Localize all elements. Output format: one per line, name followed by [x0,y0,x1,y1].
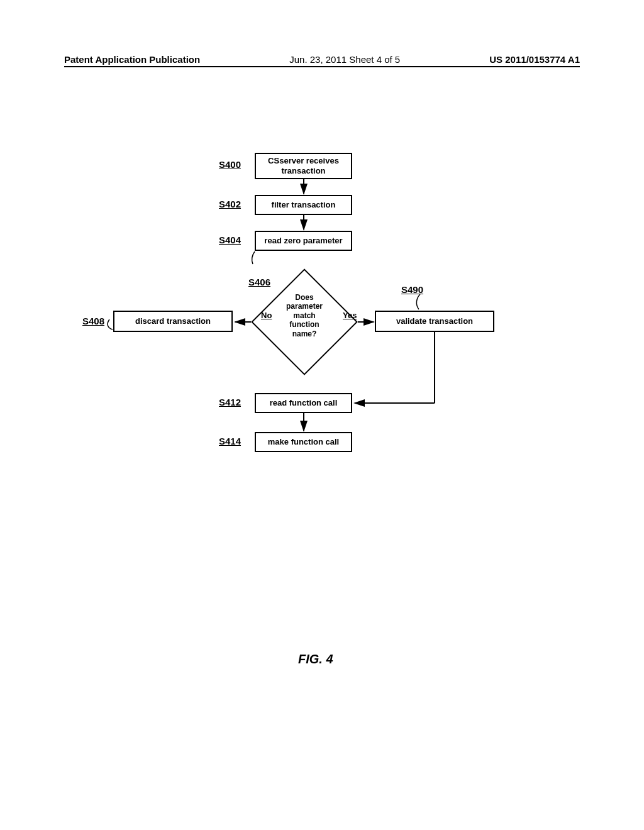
connector-svg [0,0,644,830]
label-s412: S412 [219,397,241,407]
figure-caption: FIG. 4 [298,652,333,667]
box-s402: filter transaction [255,195,352,215]
label-s400: S400 [219,159,241,170]
label-s404: S404 [219,235,241,245]
label-s414: S414 [219,436,241,446]
label-s402: S402 [219,199,241,209]
flowchart-canvas: CSserver receives transaction S400 filte… [0,0,644,830]
box-s412: read function call [255,393,352,413]
label-s408: S408 [82,316,104,326]
box-s400: CSserver receives transaction [255,153,352,179]
branch-no-label: No [261,311,272,320]
branch-yes-label: Yes [343,311,357,320]
box-s404: read zero parameter [255,231,352,251]
box-s490: validate transaction [375,311,494,332]
box-s408: discard transaction [113,311,233,332]
label-s490: S490 [401,284,423,295]
label-s406: S406 [248,277,270,287]
box-s414: make function call [255,432,352,452]
